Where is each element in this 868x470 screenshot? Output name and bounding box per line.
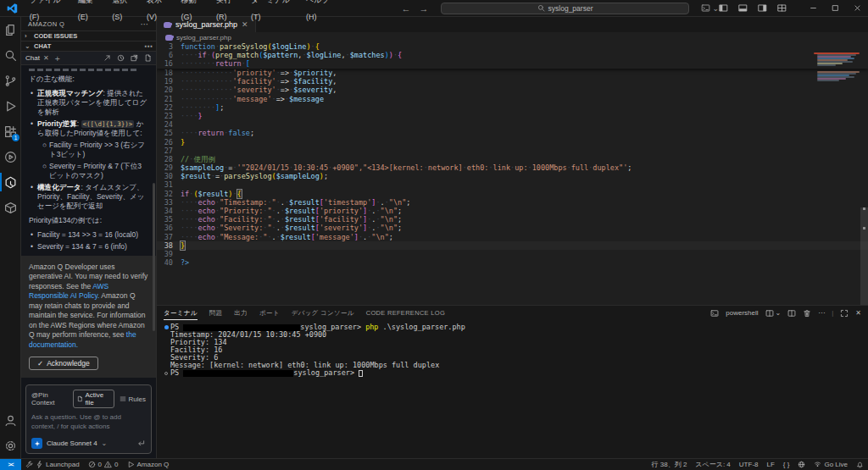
toggle-panel-icon[interactable]	[738, 3, 748, 13]
new-chat-tab-button[interactable]: ＋	[53, 53, 62, 64]
active-file-chip[interactable]: Active file	[73, 390, 114, 408]
activity-item-run-circle[interactable]	[0, 144, 21, 169]
code-line-19[interactable]: 19············'facility'·=>·$facility,	[157, 77, 868, 86]
menu-item-7[interactable]: ヘルプ(H)	[300, 0, 342, 25]
code-line-26[interactable]: 26}	[157, 138, 868, 147]
shell-label[interactable]: powershell	[726, 309, 758, 317]
code-line-40[interactable]: 40?>	[157, 258, 868, 267]
menu-item-5[interactable]: 実行(R)	[210, 0, 245, 25]
menu-item-2[interactable]: 選択(S)	[106, 0, 141, 25]
menu-item-6[interactable]: ターミナル(T)	[245, 0, 300, 25]
acknowledge-button[interactable]: ✓ Acknowledge	[29, 357, 98, 370]
panel-tab-3[interactable]: ポート	[259, 307, 280, 320]
kill-terminal-icon[interactable]	[803, 309, 811, 318]
panel-more-icon[interactable]: ⋯	[818, 309, 825, 317]
problems-item[interactable]: 0 0	[84, 459, 123, 470]
code-line-29[interactable]: 29$sampleLog·=·'"2024/01/15·10:30:45·+09…	[157, 163, 868, 172]
close-panel-icon[interactable]: ✕	[855, 309, 861, 317]
launch-profile-chevron-icon[interactable]: ⌄	[776, 309, 782, 317]
code-line-18[interactable]: 18············'priority'·=>·$priority,	[157, 69, 868, 77]
panel-tab-1[interactable]: 問題	[209, 307, 223, 320]
code-editor[interactable]: 18············'priority'·=>·$priority,19…	[157, 42, 868, 305]
model-selector[interactable]: Claude Sonnet 4	[47, 440, 97, 447]
activity-item-settings[interactable]	[0, 433, 21, 458]
code-line-34[interactable]: 34····echo·"Priority:·"·.·$result['prior…	[157, 207, 868, 215]
chat-input-placeholder[interactable]: Ask a question. Use @ to add context, / …	[31, 413, 146, 431]
go-live-item[interactable]: Go Live	[810, 459, 852, 470]
activity-item-account[interactable]	[0, 407, 21, 433]
section-chat[interactable]: ⌄ CHAT ⋯	[21, 41, 156, 51]
menu-item-4[interactable]: 移動(G)	[175, 0, 211, 25]
panel-tab-4[interactable]: デバッグ コンソール	[292, 307, 354, 320]
nav-back-button[interactable]: ←	[402, 3, 411, 14]
indentation-item[interactable]: スペース: 4	[691, 459, 734, 470]
minimap[interactable]	[814, 54, 860, 100]
history-icon[interactable]	[117, 54, 125, 62]
code-line-3[interactable]: 3function·parseSyslog($logLine)·{	[157, 42, 868, 51]
code-line-30[interactable]: 30$result·=·parseSyslog($sampleLog);	[157, 172, 868, 180]
activity-item-source-control[interactable]	[0, 68, 21, 93]
remote-indicator[interactable]: ><	[0, 459, 21, 470]
open-in-editor-icon[interactable]	[131, 54, 138, 62]
code-line-32[interactable]: 32if·($result)·{	[157, 190, 868, 198]
activity-item-aws-toolkit[interactable]	[0, 195, 21, 220]
activity-item-explorer[interactable]	[0, 17, 21, 42]
copilot-menu-button[interactable]: ⌄	[701, 3, 719, 13]
chat-tab[interactable]: Chat ✕	[25, 54, 49, 62]
launchpad-item[interactable]: Launchpad	[21, 459, 84, 470]
code-line-23[interactable]: 23····}	[157, 112, 868, 120]
window-close-button[interactable]	[846, 0, 868, 17]
activity-item-amazon-q[interactable]	[0, 169, 21, 195]
activity-item-extensions[interactable]: 1	[0, 119, 21, 144]
code-line-21[interactable]: 21············'message'·=>·$message	[157, 95, 868, 103]
line-col-item[interactable]: 行 38、列 2	[648, 459, 692, 470]
code-line-6[interactable]: 6····if·(preg_match($pattern,·$logLine,·…	[157, 51, 868, 59]
editor-scrollbar[interactable]	[860, 207, 868, 305]
amazon-q-status-item[interactable]: Amazon Q	[123, 459, 174, 470]
panel-tab-5[interactable]: CODE REFERENCE LOG	[366, 307, 445, 320]
code-line-39[interactable]: 39	[157, 250, 868, 258]
section-code-issues[interactable]: › CODE ISSUES	[21, 30, 156, 41]
activity-item-search[interactable]	[0, 42, 21, 68]
chat-scrollbar[interactable]	[153, 183, 155, 331]
terminal-output[interactable]: PS syslog_parser> php .\syslog_parser.ph…	[157, 320, 868, 377]
menu-item-0[interactable]: ファイル(F)	[24, 0, 72, 25]
breadcrumb[interactable]: syslog_parser.php	[157, 32, 868, 42]
new-terminal-icon[interactable]	[787, 309, 796, 318]
split-terminal-icon[interactable]	[765, 309, 774, 318]
notifications-item[interactable]	[852, 459, 868, 470]
code-line-24[interactable]: 24	[157, 120, 868, 129]
chat-input-box[interactable]: @Pin Context Active file Rules Ask a que…	[25, 384, 152, 454]
command-center-search[interactable]: syslog_parser	[441, 3, 690, 14]
code-line-36[interactable]: 36····echo·"Severity:·"·.·$result['sever…	[157, 224, 868, 232]
send-icon[interactable]	[136, 439, 146, 448]
pop-out-icon[interactable]	[103, 54, 111, 62]
menu-item-3[interactable]: 表示(V)	[141, 0, 175, 25]
activity-item-run-debug[interactable]	[0, 93, 21, 119]
panel-tab-2[interactable]: 出力	[234, 307, 248, 320]
code-line-27[interactable]: 27	[157, 147, 868, 155]
code-line-37[interactable]: 37····echo·"Message:·"·.·$result['messag…	[157, 233, 868, 241]
browser-preview-item[interactable]	[793, 459, 810, 470]
code-line-31[interactable]: 31	[157, 180, 868, 189]
code-line-28[interactable]: 28//·使用例	[157, 155, 868, 163]
chat-more-actions-icon[interactable]: ⋯	[144, 41, 153, 51]
code-line-22[interactable]: 22········];	[157, 103, 868, 112]
code-line-38[interactable]: 38}	[157, 241, 868, 250]
code-line-35[interactable]: 35····echo·"Facility:·"·.·$result['facil…	[157, 215, 868, 224]
window-maximize-button[interactable]	[824, 0, 846, 17]
new-file-icon[interactable]	[144, 54, 152, 62]
code-line-20[interactable]: 20············'severity'·=>·$severity,	[157, 86, 868, 94]
eol-item[interactable]: LF	[763, 459, 779, 470]
code-line-25[interactable]: 25····return·false;	[157, 129, 868, 137]
nav-forward-button[interactable]: →	[420, 3, 429, 14]
disclaimer-link[interactable]: the documentation.	[29, 330, 136, 349]
menu-item-1[interactable]: 編集(E)	[72, 0, 107, 25]
toggle-secondary-sidebar-icon[interactable]	[758, 3, 767, 13]
language-mode-item[interactable]: { }	[779, 459, 794, 470]
toggle-sidebar-icon[interactable]	[719, 3, 728, 13]
disclaimer-link[interactable]: AWS Responsible AI Policy.	[29, 282, 108, 301]
code-line-33[interactable]: 33····echo·"Timestamp:·"·.·$result['time…	[157, 198, 868, 207]
chat-tab-close-icon[interactable]: ✕	[43, 54, 49, 62]
panel-tab-0[interactable]: ターミナル	[164, 307, 198, 320]
